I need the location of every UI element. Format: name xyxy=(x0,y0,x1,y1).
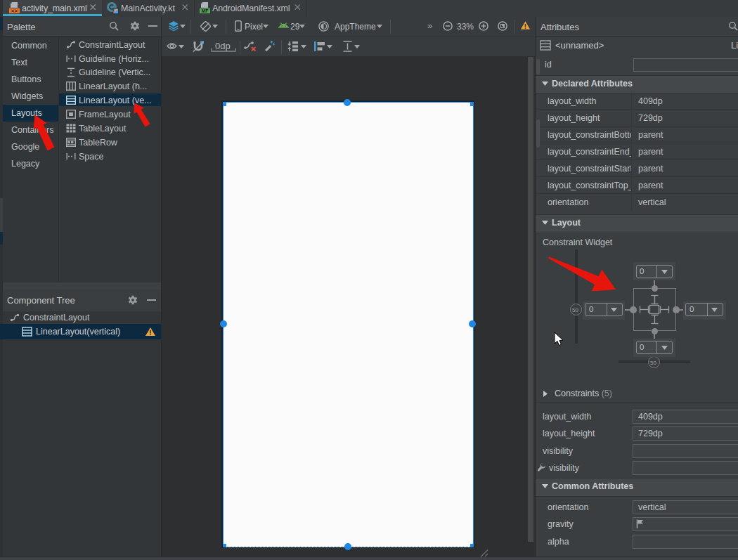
svg-text:MF: MF xyxy=(202,8,209,13)
